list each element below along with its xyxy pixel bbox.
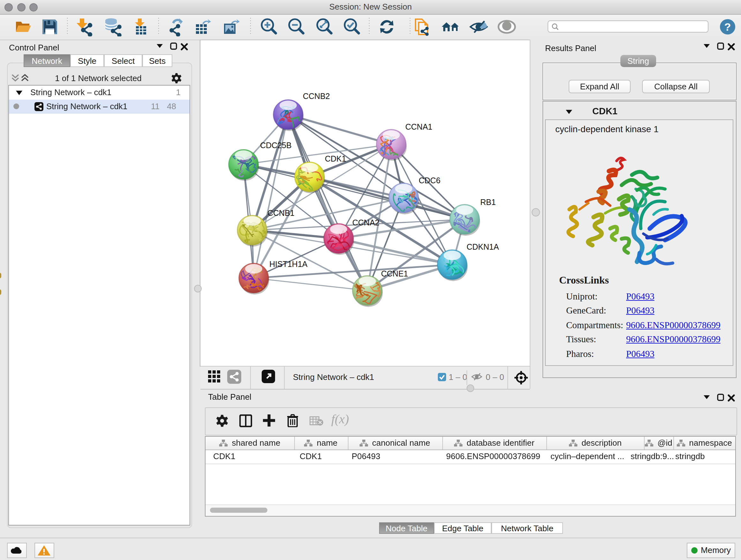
svg-text:CCNB1: CCNB1 [267, 208, 294, 217]
svg-text:CCNA2: CCNA2 [352, 218, 380, 227]
svg-text:CCNB2: CCNB2 [303, 91, 330, 101]
svg-text:CDKN1A: CDKN1A [467, 242, 499, 251]
svg-text:CDK1: CDK1 [325, 154, 346, 163]
svg-text:RB1: RB1 [480, 198, 496, 206]
svg-text:CDC6: CDC6 [419, 176, 441, 185]
svg-text:CDC25B: CDC25B [260, 141, 292, 150]
svg-text:?: ? [724, 21, 731, 33]
svg-text:CCNA1: CCNA1 [405, 122, 432, 131]
svg-text:CCNE1: CCNE1 [381, 269, 408, 278]
svg-text:HIST1H1A: HIST1H1A [269, 260, 308, 268]
